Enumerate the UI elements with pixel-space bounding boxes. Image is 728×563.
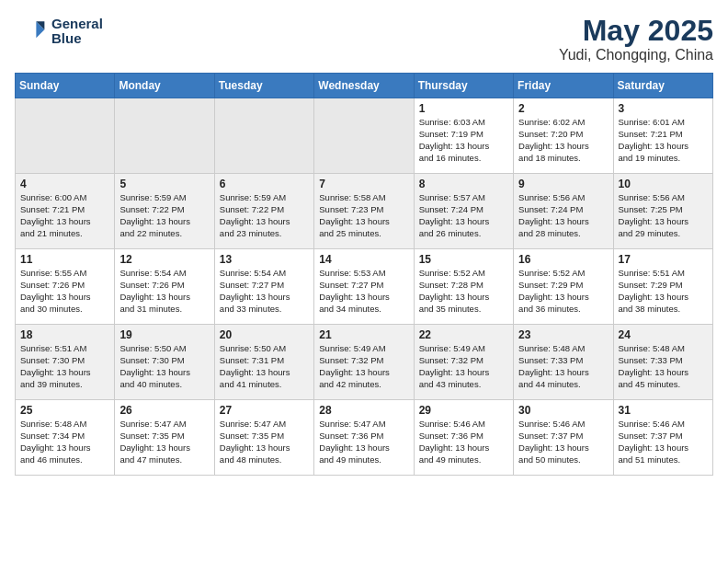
- header: General Blue May 2025 Yudi, Chongqing, C…: [15, 15, 713, 63]
- calendar-cell: 25Sunrise: 5:48 AMSunset: 7:34 PMDayligh…: [16, 400, 115, 476]
- calendar-cell: 14Sunrise: 5:53 AMSunset: 7:27 PMDayligh…: [314, 249, 414, 325]
- day-detail: Sunrise: 5:55 AMSunset: 7:26 PMDaylight:…: [20, 268, 109, 315]
- calendar-cell: 28Sunrise: 5:47 AMSunset: 7:36 PMDayligh…: [314, 400, 414, 476]
- calendar-cell: 23Sunrise: 5:48 AMSunset: 7:33 PMDayligh…: [514, 325, 613, 400]
- day-number: 26: [119, 404, 209, 417]
- calendar-week-row: 11Sunrise: 5:55 AMSunset: 7:26 PMDayligh…: [16, 249, 713, 325]
- calendar-cell: 6Sunrise: 5:59 AMSunset: 7:22 PMDaylight…: [214, 174, 313, 249]
- day-number: 31: [619, 404, 708, 417]
- calendar-week-row: 18Sunrise: 5:51 AMSunset: 7:30 PMDayligh…: [16, 325, 713, 400]
- calendar-cell: 12Sunrise: 5:54 AMSunset: 7:26 PMDayligh…: [115, 249, 214, 325]
- calendar-cell: 16Sunrise: 5:52 AMSunset: 7:29 PMDayligh…: [514, 249, 613, 325]
- calendar-cell: 29Sunrise: 5:46 AMSunset: 7:36 PMDayligh…: [414, 400, 513, 476]
- weekday-header: Wednesday: [314, 74, 414, 98]
- day-detail: Sunrise: 5:47 AMSunset: 7:35 PMDaylight:…: [220, 419, 309, 465]
- day-detail: Sunrise: 5:47 AMSunset: 7:36 PMDaylight:…: [319, 419, 408, 465]
- weekday-header: Thursday: [414, 74, 513, 98]
- day-number: 27: [220, 404, 309, 417]
- day-detail: Sunrise: 5:56 AMSunset: 7:24 PMDaylight:…: [518, 192, 608, 239]
- day-detail: Sunrise: 5:46 AMSunset: 7:37 PMDaylight:…: [619, 419, 708, 465]
- page-subtitle: Yudi, Chongqing, China: [559, 47, 713, 63]
- day-detail: Sunrise: 6:00 AMSunset: 7:21 PMDaylight:…: [20, 192, 109, 239]
- day-number: 19: [119, 328, 209, 341]
- calendar-cell: 11Sunrise: 5:55 AMSunset: 7:26 PMDayligh…: [16, 249, 115, 325]
- calendar-cell: 22Sunrise: 5:49 AMSunset: 7:32 PMDayligh…: [414, 325, 513, 400]
- calendar-week-row: 25Sunrise: 5:48 AMSunset: 7:34 PMDayligh…: [16, 400, 713, 476]
- calendar-cell: 9Sunrise: 5:56 AMSunset: 7:24 PMDaylight…: [514, 174, 613, 249]
- day-number: 7: [319, 178, 408, 190]
- calendar-cell: 19Sunrise: 5:50 AMSunset: 7:30 PMDayligh…: [115, 325, 214, 400]
- logo: General Blue: [15, 15, 103, 48]
- logo-text: General Blue: [51, 17, 103, 47]
- calendar-cell: 13Sunrise: 5:54 AMSunset: 7:27 PMDayligh…: [214, 249, 313, 325]
- calendar-header: SundayMondayTuesdayWednesdayThursdayFrid…: [16, 74, 713, 98]
- weekday-row: SundayMondayTuesdayWednesdayThursdayFrid…: [16, 74, 713, 98]
- calendar-body: 1Sunrise: 6:03 AMSunset: 7:19 PMDaylight…: [16, 98, 713, 476]
- day-number: 18: [20, 328, 109, 341]
- day-number: 17: [619, 253, 708, 266]
- weekday-header: Saturday: [613, 74, 712, 98]
- day-number: 28: [319, 404, 408, 417]
- day-detail: Sunrise: 5:59 AMSunset: 7:22 PMDaylight:…: [119, 192, 209, 239]
- calendar-cell: 27Sunrise: 5:47 AMSunset: 7:35 PMDayligh…: [214, 400, 313, 476]
- day-detail: Sunrise: 5:54 AMSunset: 7:26 PMDaylight:…: [119, 268, 209, 315]
- day-number: 10: [619, 178, 708, 190]
- day-number: 24: [619, 328, 708, 341]
- weekday-header: Sunday: [16, 74, 115, 98]
- day-detail: Sunrise: 5:56 AMSunset: 7:25 PMDaylight:…: [619, 192, 708, 239]
- day-number: 16: [518, 253, 608, 266]
- calendar-cell: 20Sunrise: 5:50 AMSunset: 7:31 PMDayligh…: [214, 325, 313, 400]
- day-number: 11: [20, 253, 109, 266]
- weekday-header: Monday: [115, 74, 214, 98]
- calendar-cell: 7Sunrise: 5:58 AMSunset: 7:23 PMDaylight…: [314, 174, 414, 249]
- day-number: 25: [20, 404, 109, 417]
- calendar-cell: 30Sunrise: 5:46 AMSunset: 7:37 PMDayligh…: [514, 400, 613, 476]
- day-detail: Sunrise: 5:48 AMSunset: 7:33 PMDaylight:…: [619, 343, 708, 390]
- day-detail: Sunrise: 5:58 AMSunset: 7:23 PMDaylight:…: [319, 192, 408, 239]
- day-number: 20: [220, 328, 309, 341]
- day-detail: Sunrise: 5:51 AMSunset: 7:29 PMDaylight:…: [619, 268, 708, 315]
- calendar-cell: 3Sunrise: 6:01 AMSunset: 7:21 PMDaylight…: [613, 98, 712, 174]
- day-detail: Sunrise: 5:53 AMSunset: 7:27 PMDaylight:…: [319, 268, 408, 315]
- day-detail: Sunrise: 6:01 AMSunset: 7:21 PMDaylight:…: [619, 117, 708, 164]
- day-number: 30: [518, 404, 608, 417]
- day-number: 21: [319, 328, 408, 341]
- day-number: 14: [319, 253, 408, 266]
- day-detail: Sunrise: 5:57 AMSunset: 7:24 PMDaylight:…: [419, 192, 508, 239]
- calendar-cell: 1Sunrise: 6:03 AMSunset: 7:19 PMDaylight…: [414, 98, 513, 174]
- calendar-cell: [314, 98, 414, 174]
- day-number: 3: [619, 102, 708, 115]
- day-detail: Sunrise: 5:49 AMSunset: 7:32 PMDaylight:…: [319, 343, 408, 390]
- day-detail: Sunrise: 5:48 AMSunset: 7:33 PMDaylight:…: [518, 343, 608, 390]
- day-detail: Sunrise: 5:50 AMSunset: 7:31 PMDaylight:…: [220, 343, 309, 390]
- day-detail: Sunrise: 5:52 AMSunset: 7:28 PMDaylight:…: [419, 268, 508, 315]
- day-detail: Sunrise: 6:02 AMSunset: 7:20 PMDaylight:…: [518, 117, 608, 164]
- day-detail: Sunrise: 5:46 AMSunset: 7:37 PMDaylight:…: [518, 419, 608, 465]
- calendar-cell: [115, 98, 214, 174]
- day-number: 29: [419, 404, 508, 417]
- day-detail: Sunrise: 5:47 AMSunset: 7:35 PMDaylight:…: [119, 419, 209, 465]
- day-number: 2: [518, 102, 608, 115]
- day-number: 13: [220, 253, 309, 266]
- calendar-cell: 17Sunrise: 5:51 AMSunset: 7:29 PMDayligh…: [613, 249, 712, 325]
- day-number: 1: [419, 102, 508, 115]
- weekday-header: Friday: [514, 74, 613, 98]
- day-number: 15: [419, 253, 508, 266]
- day-number: 22: [419, 328, 508, 341]
- logo-line1: General: [51, 17, 103, 32]
- day-number: 6: [220, 178, 309, 190]
- day-detail: Sunrise: 5:59 AMSunset: 7:22 PMDaylight:…: [220, 192, 309, 239]
- calendar-cell: 26Sunrise: 5:47 AMSunset: 7:35 PMDayligh…: [115, 400, 214, 476]
- calendar-cell: 15Sunrise: 5:52 AMSunset: 7:28 PMDayligh…: [414, 249, 513, 325]
- page-title: May 2025: [559, 15, 713, 47]
- day-detail: Sunrise: 5:50 AMSunset: 7:30 PMDaylight:…: [119, 343, 209, 390]
- day-detail: Sunrise: 5:51 AMSunset: 7:30 PMDaylight:…: [20, 343, 109, 390]
- calendar-cell: 2Sunrise: 6:02 AMSunset: 7:20 PMDaylight…: [514, 98, 613, 174]
- calendar-cell: 4Sunrise: 6:00 AMSunset: 7:21 PMDaylight…: [16, 174, 115, 249]
- day-detail: Sunrise: 6:03 AMSunset: 7:19 PMDaylight:…: [419, 117, 508, 164]
- logo-line2: Blue: [51, 31, 103, 47]
- day-detail: Sunrise: 5:52 AMSunset: 7:29 PMDaylight:…: [518, 268, 608, 315]
- calendar-cell: 31Sunrise: 5:46 AMSunset: 7:37 PMDayligh…: [613, 400, 712, 476]
- day-number: 8: [419, 178, 508, 190]
- day-detail: Sunrise: 5:54 AMSunset: 7:27 PMDaylight:…: [220, 268, 309, 315]
